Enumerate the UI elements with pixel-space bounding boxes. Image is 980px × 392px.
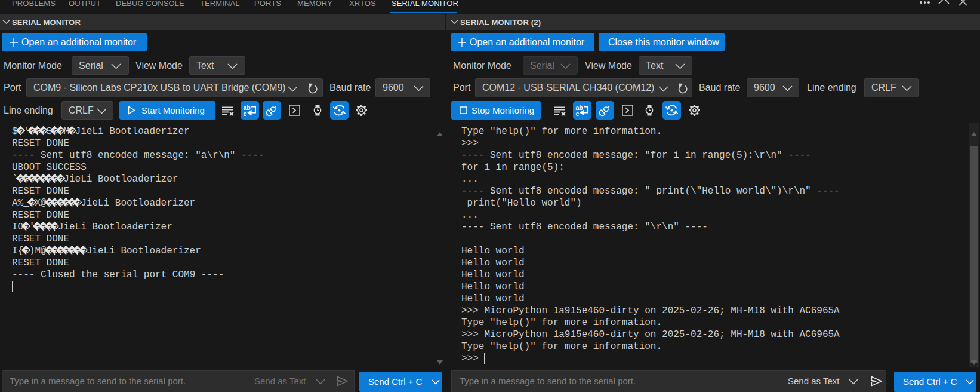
svg-text:c: c bbox=[244, 110, 247, 117]
svg-text:c: c bbox=[576, 110, 580, 117]
